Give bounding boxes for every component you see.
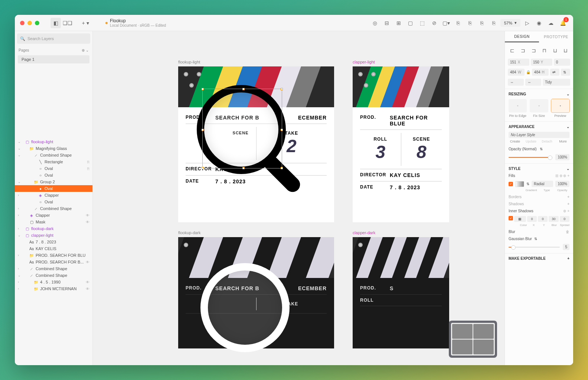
artboard-layer[interactable]: ›▢flookup-dark xyxy=(15,225,92,232)
layer-item[interactable]: Aa7 . 8 . 2023 xyxy=(15,239,92,245)
minimap[interactable] xyxy=(449,321,497,358)
x-field[interactable]: 151X xyxy=(508,59,529,66)
opacity-slider[interactable] xyxy=(509,157,552,158)
layer-item[interactable]: ›◈Clapper👁 xyxy=(15,212,92,219)
artboard-label[interactable]: clapper-dark xyxy=(353,230,375,235)
toolbar-button[interactable]: ▢ xyxy=(405,18,416,28)
pin-to-edge-option[interactable]: ▫ xyxy=(509,99,527,112)
artboard-layer[interactable]: ⌄▢clapper-light xyxy=(15,232,92,239)
tab-design[interactable]: DESIGN xyxy=(505,31,539,42)
tidy-button[interactable]: Tidy xyxy=(543,79,570,86)
align-middle-button[interactable]: ⊔ xyxy=(551,45,560,56)
chevron-down-icon[interactable]: ⌄ xyxy=(566,125,569,129)
layer-style-dropdown[interactable]: No Layer Style xyxy=(509,132,569,138)
toolbar-button[interactable]: ⎘ xyxy=(489,18,499,28)
add-border-button[interactable]: + xyxy=(567,195,569,199)
artboard-layer[interactable]: ⌄▢flookup-light xyxy=(15,138,92,145)
remove-blur-button[interactable]: 🗑 xyxy=(566,230,569,234)
layer-item[interactable]: ›📁JOHN MCTIERNAN👁 xyxy=(15,285,92,292)
insert-button[interactable]: + ▾ xyxy=(80,18,91,28)
layer-item[interactable]: ⌄⟋Combined Shape xyxy=(15,152,92,158)
y-field[interactable]: 150Y xyxy=(531,59,552,66)
flip-h-button[interactable]: ⇄ xyxy=(550,69,559,76)
tab-prototype[interactable]: PROTOTYPE xyxy=(539,31,573,42)
layer-item[interactable]: ⌄📁Group 2 xyxy=(15,178,92,185)
sidebar-toggle-button[interactable]: ◧ xyxy=(50,18,61,28)
transform-field[interactable]: ↔ xyxy=(525,79,541,86)
toolbar-button[interactable]: ◎ xyxy=(370,18,380,28)
toolbar-button[interactable]: ⊟ xyxy=(382,18,392,28)
fill-checkbox[interactable]: ✓ xyxy=(509,182,513,186)
artboard-clapper-dark[interactable]: clapper-dark PROD.S ROLL xyxy=(353,237,449,348)
shadow-blur[interactable]: 30 xyxy=(549,216,558,222)
toolbar-button[interactable]: ⎘ xyxy=(453,18,463,28)
layer-item[interactable]: ○Oval⎘ xyxy=(15,165,92,172)
toolbar-button[interactable]: ⎘ xyxy=(465,18,475,28)
artboard-clapper-light[interactable]: clapper-light PROD.SEARCH FOR BLUE ROLL3… xyxy=(353,66,449,222)
artboard-label[interactable]: flookup-dark xyxy=(178,230,201,235)
shadow-y[interactable]: 0 xyxy=(538,216,548,222)
toolbar-button[interactable]: ⎘ xyxy=(477,18,487,28)
blur-slider[interactable] xyxy=(509,247,560,248)
chevron-down-icon[interactable]: ⌄ xyxy=(566,167,569,171)
layer-item[interactable]: ›📁4 . 5 . 1990👁 xyxy=(15,279,92,285)
components-button[interactable]: ❑❑ xyxy=(62,18,73,28)
artboard-flookup-light[interactable]: flookup-light PROD.SEARCH FOR BECEMBER S… xyxy=(178,66,334,222)
toolbar-button[interactable]: ▢▾ xyxy=(441,18,451,28)
height-field[interactable]: 484H xyxy=(532,69,549,76)
layer-item[interactable]: ▢Mask👁 xyxy=(15,219,92,225)
fill-swatch[interactable] xyxy=(515,181,524,187)
add-shadow-button[interactable]: + xyxy=(567,202,569,206)
notifications-button[interactable]: 🔔1 xyxy=(558,18,568,28)
layer-item[interactable]: ○Oval xyxy=(15,199,92,205)
align-right-button[interactable]: ⊐ xyxy=(529,45,538,56)
zoom-icon[interactable] xyxy=(35,21,39,25)
blur-type[interactable]: Gaussian Blur xyxy=(509,237,532,241)
layer-item[interactable]: ○Oval xyxy=(15,172,92,178)
selected-layer[interactable]: ●Oval xyxy=(15,185,92,192)
cloud-button[interactable]: ☁ xyxy=(546,18,556,28)
opacity-value[interactable]: 100% xyxy=(555,154,569,160)
layer-item[interactable]: AaKAY CELIS xyxy=(15,245,92,252)
width-field[interactable]: 484W xyxy=(508,69,525,76)
play-button[interactable]: ▷ xyxy=(522,18,532,28)
layer-item[interactable]: ⌄⟋Combined Shape xyxy=(15,272,92,279)
layer-item[interactable]: ›◈Clapper xyxy=(15,192,92,199)
shadow-color[interactable]: ▦ xyxy=(514,216,526,222)
flip-v-button[interactable]: ⇅ xyxy=(561,69,570,76)
minimize-icon[interactable] xyxy=(27,21,32,25)
canvas[interactable]: flookup-light PROD.SEARCH FOR BECEMBER S… xyxy=(93,31,504,365)
shadow-spread[interactable]: 0 xyxy=(560,216,569,222)
align-top-button[interactable]: ⊓ xyxy=(540,45,549,56)
rotation-field[interactable]: 0 xyxy=(554,59,570,66)
layer-item[interactable]: ›⟋Combined Shape xyxy=(15,265,92,272)
lock-icon[interactable]: 🔒 xyxy=(526,70,530,74)
artboard-label[interactable]: clapper-light xyxy=(353,60,375,64)
shadow-x[interactable]: 0 xyxy=(527,216,537,222)
close-icon[interactable] xyxy=(20,21,24,25)
preview-option[interactable]: ▪ xyxy=(551,99,569,112)
artboard-label[interactable]: flookup-light xyxy=(178,60,200,64)
align-left-button[interactable]: ⊏ xyxy=(508,45,517,56)
toolbar-button[interactable]: ⊞ xyxy=(393,18,404,28)
fill-opacity[interactable]: 100% xyxy=(555,181,569,187)
zoom-dropdown[interactable]: 57% ▾ xyxy=(500,19,520,27)
add-export-button[interactable]: + xyxy=(567,256,569,261)
layer-item[interactable]: ›📁PROD. SEARCH FOR BLU xyxy=(15,252,92,259)
fix-size-option[interactable]: ▫ xyxy=(530,99,548,112)
artboard-flookup-dark[interactable]: flookup-dark PROD.SEARCH FOR BECEMBER TA… xyxy=(178,237,334,348)
align-bottom-button[interactable]: ⊔ xyxy=(561,45,570,56)
search-layers-input[interactable]: 🔍 Search Layers xyxy=(17,33,90,44)
layer-item[interactable]: ╲Rectangle⎘ xyxy=(15,158,92,165)
inner-shadow-checkbox[interactable]: ✓ xyxy=(509,216,513,220)
layer-item[interactable]: ⌄📁Magnifying Glass xyxy=(15,145,92,152)
transform-field[interactable]: ↔ xyxy=(508,79,524,86)
toolbar-button[interactable]: ⊘ xyxy=(429,18,440,28)
layer-item[interactable]: ›⟋Combined Shape xyxy=(15,205,92,212)
chevron-down-icon[interactable]: ⌄ xyxy=(566,92,569,96)
blur-value[interactable]: 5 xyxy=(563,244,569,250)
fill-type-dropdown[interactable]: Radial xyxy=(532,181,553,187)
toolbar-button[interactable]: ⬚ xyxy=(417,18,428,28)
layer-item[interactable]: AaPROD. SEARCH FOR B...👁 xyxy=(15,259,92,265)
preview-button[interactable]: ◉ xyxy=(534,18,544,28)
